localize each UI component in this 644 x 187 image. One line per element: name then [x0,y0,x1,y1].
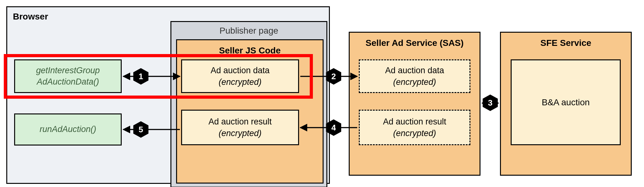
sas-result-line2: (encrypted) [393,128,436,139]
step-number: 3 [481,94,499,112]
sjs-result-line2: (encrypted) [219,128,262,139]
api-line2: AdAuctionData() [37,77,99,86]
sfe-service-title: SFE Service [501,38,631,48]
sas-ad-auction-result: Ad auction result (encrypted) [359,110,470,145]
step-badge-3: 3 [481,94,499,112]
ba-auction-box: B&A auction [511,59,621,145]
seller-js-code-title: Seller JS Code [177,46,323,56]
seller-js-ad-auction-data: Ad auction data (encrypted) [181,59,299,93]
api-line1: getInterestGroup [36,66,100,75]
sas-data-line1: Ad auction data [385,65,444,76]
api-runaa-label: runAdAuction() [40,124,96,135]
browser-container: Browser Publisher page Seller JS Code [6,6,330,184]
sas-data-line2: (encrypted) [393,76,436,88]
sas-ad-auction-data: Ad auction data (encrypted) [359,59,470,93]
publisher-page-container: Publisher page Seller JS Code [170,21,327,187]
browser-title: Browser [13,12,48,22]
publisher-page-title: Publisher page [171,26,326,36]
sjs-data-line2: (encrypted) [219,76,262,88]
svg-marker-2 [483,95,498,111]
ba-auction-label: B&A auction [542,97,590,107]
sas-result-line1: Ad auction result [383,116,446,127]
diagram-canvas: Browser Publisher page Seller JS Code ge… [0,0,644,187]
api-get-interest-group-ad-auction-data: getInterestGroup AdAuctionData() [14,59,122,93]
sjs-data-line1: Ad auction data [211,65,270,76]
seller-js-ad-auction-result: Ad auction result (encrypted) [181,110,299,145]
seller-ad-service-title: Seller Ad Service (SAS) [350,38,480,48]
seller-ad-service-container: Seller Ad Service (SAS) [349,32,480,176]
sjs-result-line1: Ad auction result [208,116,272,127]
api-run-ad-auction: runAdAuction() [14,113,122,146]
